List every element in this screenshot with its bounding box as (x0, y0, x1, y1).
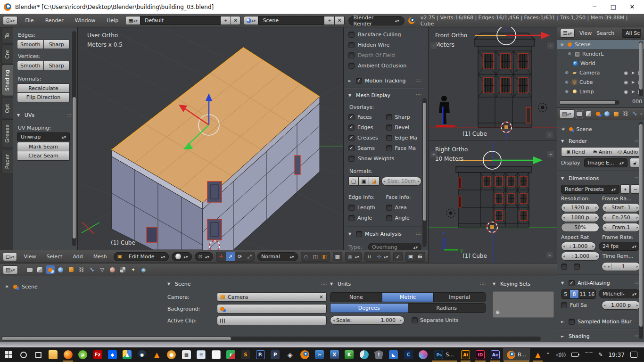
shading-panel-header[interactable]: Shading (569, 333, 590, 339)
rotation-degrees-button[interactable]: Degrees (330, 304, 408, 313)
render-tab[interactable] (25, 265, 34, 274)
object-tab[interactable] (67, 265, 75, 274)
cortana-icon[interactable] (17, 348, 30, 362)
world-tab[interactable] (57, 265, 65, 274)
pycharm-icon[interactable]: P. (254, 348, 267, 362)
layout-delete-button[interactable]: ✕ (231, 16, 240, 25)
tab-tools[interactable]: To (1, 28, 13, 44)
aa-samples-11[interactable]: 11 (579, 290, 587, 298)
file-explorer-icon[interactable] (46, 348, 60, 362)
outliner-item-scene[interactable]: ⊖ Scene (557, 40, 644, 49)
edge-angle-checkbox[interactable] (348, 215, 355, 221)
hidden-wire-checkbox[interactable] (348, 42, 355, 48)
face-marks-checkbox[interactable] (386, 145, 392, 151)
outliner-item-world[interactable]: World (557, 58, 644, 68)
opengl-render-still-icon[interactable]: ▣ (406, 252, 415, 261)
maximize-button[interactable]: □ (609, 3, 618, 10)
manipulator-rotate-icon[interactable]: ⟳ (235, 252, 245, 261)
npanel-scrollbar[interactable] (422, 98, 427, 247)
background-field[interactable] (217, 304, 327, 313)
mesh-analysis-checkbox[interactable] (356, 231, 362, 237)
green-app-icon[interactable]: r (224, 348, 238, 362)
clear-camera-icon[interactable]: ✕ (319, 294, 323, 300)
tray-chevron-icon[interactable]: ⌃ (546, 352, 550, 358)
expand-icon[interactable]: ⊕ (567, 51, 572, 56)
aftereffects-icon[interactable]: Ae (488, 348, 502, 362)
viewport-right-ortho[interactable]: z y Right Ortho 10 Meters (1) Cube ＋ ＋ ＋ (428, 140, 557, 263)
minimize-button[interactable]: ─ (590, 3, 599, 10)
motion-blur-checkbox[interactable] (569, 319, 575, 325)
mesh-display-expand-icon[interactable]: ▼ (348, 93, 353, 98)
camera-field[interactable]: Camera ✕ (217, 292, 327, 302)
outliner-item-lamp[interactable]: ⊕ Lamp ◉ ➤ ▦ (557, 87, 644, 96)
panel-drag-icon[interactable]: ∷∷ (416, 78, 421, 83)
kdenlive-icon[interactable]: K (342, 348, 356, 362)
unity-icon[interactable]: ◈ (283, 348, 297, 362)
units-panel-header[interactable]: Units (338, 281, 351, 287)
aspect-y-field[interactable]: ◂: 1.000▸ (561, 252, 600, 261)
steam-icon[interactable]: ◉ (135, 348, 149, 362)
edges-checkbox[interactable] (348, 124, 355, 131)
selectable-cursor-icon[interactable]: ➤ (631, 80, 635, 85)
mesh-display-header[interactable]: Mesh Display (356, 92, 390, 99)
limit-to-visible-icon[interactable]: ▩ (333, 252, 342, 261)
keying-add-icon[interactable]: ⊕ (495, 309, 500, 315)
snap-magnet-icon[interactable]: ∪ (365, 252, 374, 261)
sublime-text-icon[interactable]: S (239, 348, 252, 362)
scene-panel-header[interactable]: Scene (175, 281, 191, 287)
blender-window-button[interactable]: B... (503, 348, 530, 362)
rotation-radians-button[interactable]: Radians (408, 304, 486, 313)
units-expand-icon[interactable]: ▼ (330, 282, 335, 286)
manipulator-translate-icon[interactable]: ➚ (226, 252, 235, 261)
panel-drag-icon[interactable]: ∷∷ (416, 231, 421, 236)
show-weights-checkbox[interactable] (348, 156, 355, 162)
viewport-3d[interactable]: User Ortho Meters x 0.5 (1) Cube (78, 27, 343, 250)
object-tab[interactable] (612, 110, 620, 118)
pen-icon[interactable]: ✎ (598, 352, 603, 358)
face-select-mode-icon[interactable]: ◧ (320, 252, 330, 261)
aspect-x-field[interactable]: ◂: 1.000▸ (561, 242, 596, 251)
aa-panel-header[interactable]: Anti-Aliasing (578, 280, 610, 286)
pixel-size-field[interactable]: ◂1.000 p▸ (602, 301, 640, 310)
scene-name-field[interactable]: Scene (258, 16, 324, 25)
filezilla-icon[interactable]: Fz (91, 348, 104, 362)
region-plus-icon[interactable]: ＋ (547, 151, 554, 157)
properties-scrollbar[interactable] (639, 122, 643, 339)
screen-layout-icon[interactable]: ▦▲▼ (126, 16, 140, 25)
normals-size-field[interactable]: ◂Size: 10cm▸ (381, 177, 421, 186)
clear-seam-button[interactable]: Clear Seam (17, 151, 70, 161)
proportional-edit-icon[interactable]: ◎ (346, 252, 355, 261)
selectable-cursor-icon[interactable]: ➤ (631, 89, 635, 94)
menu-render[interactable]: Render (41, 17, 67, 24)
render-still-button[interactable]: ▣Rend (561, 147, 590, 156)
faces-checkbox[interactable] (348, 114, 355, 120)
face-normals-toggle[interactable]: ◪ (369, 176, 380, 186)
menu-window[interactable]: Window (71, 17, 99, 24)
wifi-icon[interactable]: ⌒⌒ (584, 351, 593, 358)
fps-select[interactable]: 24 fps▲▼ (599, 242, 640, 251)
seams-checkbox[interactable] (348, 145, 355, 151)
layout-add-button[interactable]: ＋ (221, 16, 231, 25)
separate-units-checkbox[interactable] (412, 317, 418, 323)
loose-normals-toggle[interactable]: ▣ (359, 176, 369, 186)
unit-scale-field[interactable]: ◂ Scale: 1.000 ▸ (330, 316, 405, 325)
scene-properties-tab[interactable] (594, 110, 602, 118)
edges-smooth-button[interactable]: Smooth (17, 40, 44, 49)
time-remap-field[interactable]: ◂▸1▸ (602, 262, 640, 271)
menu-file[interactable]: File (21, 17, 37, 24)
editor-type-3dview-button[interactable]: ◻▲▼ (3, 252, 17, 261)
editor-type-outliner-button[interactable]: ☰▲▼ (560, 29, 575, 38)
length-checkbox[interactable] (348, 205, 355, 211)
units-none-button[interactable]: None (330, 293, 382, 302)
unwrap-menu[interactable]: Unwrap▲▼ (17, 132, 70, 141)
keying-expand-icon[interactable]: ▼ (493, 282, 497, 286)
frame-end-field[interactable]: ◂En:250▸ (602, 213, 640, 222)
orientation-select[interactable]: Normal▲▼ (257, 252, 298, 261)
viewport-shading-select[interactable]: ▲▼ (172, 252, 191, 261)
vertex-normals-toggle[interactable]: ▢ (348, 176, 359, 186)
manipulate-origins-icon[interactable]: ➶ (393, 252, 403, 261)
panel-drag-icon[interactable]: ∷∷ (480, 281, 486, 286)
scene-properties-tab[interactable] (46, 265, 55, 274)
full-sample-checkbox[interactable] (561, 302, 567, 308)
tabs-overflow-icon[interactable]: › (640, 111, 642, 117)
